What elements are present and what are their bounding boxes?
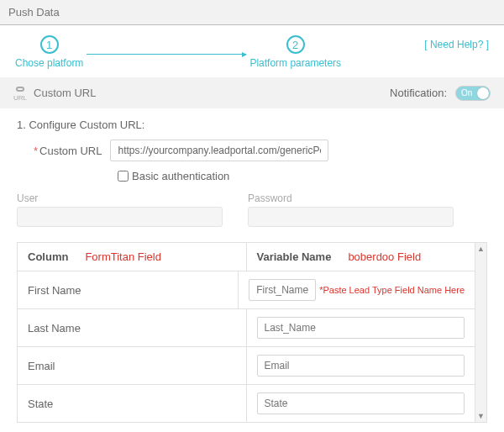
scroll-up-icon[interactable]: ▲ — [477, 245, 485, 253]
step-1-number: 1 — [40, 35, 59, 54]
variable-input[interactable] — [257, 317, 465, 339]
section-title: 1. Configure Custom URL: — [17, 119, 487, 131]
column-header: Column FormTitan Field — [18, 243, 246, 271]
step-2-label: Platform parameters — [249, 57, 341, 69]
step-2-number: 2 — [286, 35, 305, 54]
formtitan-label: FormTitan Field — [85, 250, 161, 263]
row-label: First Name — [18, 271, 238, 308]
dialog-title: Push Data — [0, 0, 504, 25]
url-icon: URL — [13, 84, 27, 102]
grid-scrollbar[interactable]: ▲ ▼ — [475, 242, 487, 423]
paste-hint: *Paste Lead Type Field Name Here — [319, 285, 465, 295]
scroll-down-icon[interactable]: ▼ — [477, 412, 485, 420]
need-help-link[interactable]: [ Need Help? ] — [424, 39, 489, 50]
step-1-label: Chose platform — [15, 57, 83, 69]
notification-label: Notification: — [390, 87, 447, 99]
notification-toggle[interactable]: On — [455, 86, 491, 101]
row-label: Last Name — [18, 309, 246, 346]
step-connector — [87, 54, 246, 55]
variable-input[interactable] — [257, 392, 465, 414]
user-label: User — [17, 192, 223, 204]
platform-band: URL Custom URL Notification: On — [0, 77, 504, 108]
user-input — [17, 207, 223, 227]
row-label: State — [18, 385, 246, 422]
variable-input[interactable] — [257, 355, 465, 377]
row-label: Email — [18, 347, 246, 384]
password-label: Password — [248, 192, 454, 204]
platform-title: Custom URL — [34, 87, 96, 99]
basic-auth-label: Basic authentication — [132, 170, 229, 182]
variable-input[interactable] — [249, 279, 316, 301]
password-input — [248, 207, 454, 227]
custom-url-label: *Custom URL — [34, 145, 102, 157]
boberdoo-label: boberdoo Field — [348, 250, 421, 263]
custom-url-input[interactable] — [110, 140, 328, 161]
step-2[interactable]: 2 Platform parameters — [249, 35, 341, 69]
stepper: 1 Chose platform 2 Platform parameters [… — [0, 25, 504, 72]
mapping-grid: Column FormTitan Field Variable Name bob… — [17, 242, 475, 423]
variable-header: Variable Name boberdoo Field — [246, 243, 475, 271]
basic-auth-checkbox[interactable] — [118, 171, 129, 182]
step-1[interactable]: 1 Chose platform — [15, 35, 83, 69]
